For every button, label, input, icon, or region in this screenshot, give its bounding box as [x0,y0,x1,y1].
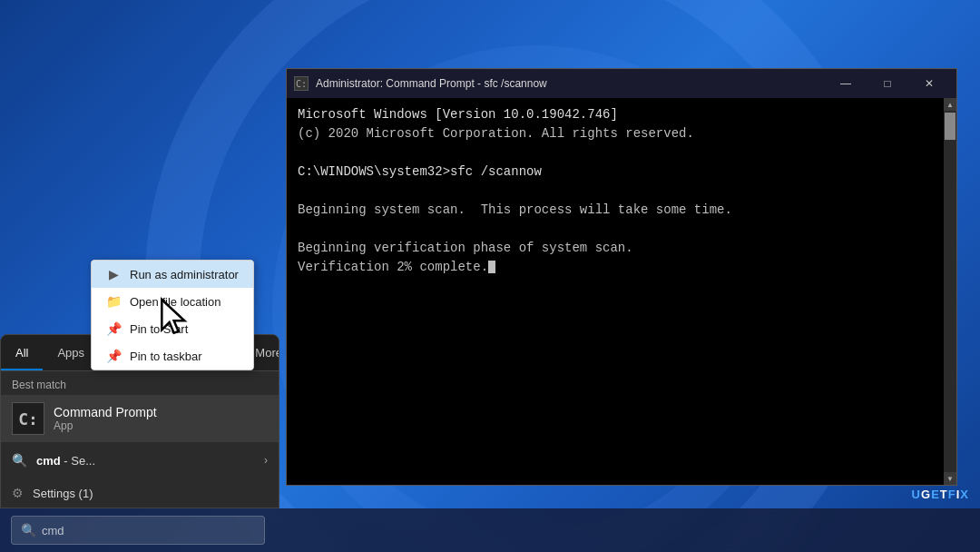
open-file-icon: 📁 [106,294,121,309]
window-controls: — □ ✕ [826,69,949,98]
settings-result[interactable]: ⚙ Settings (1) [1,478,279,508]
cmd-titlebar-icon: C: [294,76,309,91]
scroll-up-button[interactable]: ▲ [944,98,956,111]
context-open-file[interactable]: 📁 Open file location [92,288,253,315]
cmd-app-icon: C: [12,402,44,435]
cmd-line-1: Microsoft Windows [Version 10.0.19042.74… [298,105,933,124]
minimize-button[interactable]: — [826,69,866,98]
search-web-result[interactable]: 🔍 cmd - Se... › [1,446,279,475]
cmd-line-6: Beginning system scan. This process will… [298,201,933,220]
scrollbar-track[interactable] [944,111,956,472]
open-file-label: Open file location [130,295,220,309]
taskbar-search-icon: 🔍 [21,523,36,537]
cmd-window: C: Administrator: Command Prompt - sfc /… [286,68,957,486]
best-match-label: Best match [1,371,279,395]
cmd-cursor [488,261,495,273]
watermark: UGETFIX [912,488,969,501]
context-pin-taskbar[interactable]: 📌 Pin to taskbar [92,342,253,370]
cmd-line-9: Verification 2% complete. [298,258,933,277]
cmd-line-8: Beginning verification phase of system s… [298,239,933,258]
cmd-line-5 [298,182,933,201]
cmd-app-info: Command Prompt App [54,405,268,432]
close-button[interactable]: ✕ [909,69,949,98]
cmd-content: Microsoft Windows [Version 10.0.19042.74… [287,98,956,485]
context-pin-start[interactable]: 📌 Pin to Start [92,315,253,342]
taskbar-search-input[interactable]: cmd [42,524,64,537]
cmd-window-title: Administrator: Command Prompt - sfc /sca… [316,77,818,90]
pin-taskbar-icon: 📌 [106,349,121,363]
search-web-section: 🔍 cmd - Se... › [1,442,279,478]
tab-all[interactable]: All [1,335,43,370]
cmd-text-area[interactable]: Microsoft Windows [Version 10.0.19042.74… [287,98,944,485]
command-prompt-item[interactable]: C: Command Prompt App [1,395,279,442]
pin-start-icon: 📌 [106,321,121,336]
context-run-as-admin[interactable]: ▶ Run as administrator [92,261,253,288]
context-menu: ▶ Run as administrator 📁 Open file locat… [91,260,254,370]
run-admin-icon: ▶ [106,267,121,281]
chevron-right-icon: › [264,454,268,467]
settings-icon: ⚙ [12,486,24,500]
scrollbar-thumb[interactable] [945,113,956,140]
cmd-app-type: App [54,419,268,432]
cmd-line-4: C:\WINDOWS\system32>sfc /scannow [298,163,933,182]
search-web-icon: 🔍 [12,453,27,468]
cmd-line-7 [298,220,933,239]
run-admin-label: Run as administrator [130,268,239,281]
scroll-down-button[interactable]: ▼ [944,472,956,485]
maximize-button[interactable]: □ [867,69,907,98]
scrollbar: ▲ ▼ [944,98,956,485]
cmd-line-2: (c) 2020 Microsoft Corporation. All righ… [298,124,933,143]
cmd-app-name: Command Prompt [54,405,268,419]
search-web-text: cmd - Se... [36,454,95,468]
taskbar-search[interactable]: 🔍 cmd [11,516,265,545]
taskbar: 🔍 cmd [0,508,980,552]
pin-taskbar-label: Pin to taskbar [130,350,202,363]
pin-start-label: Pin to Start [130,322,188,336]
cmd-line-3 [298,143,933,163]
cmd-titlebar: C: Administrator: Command Prompt - sfc /… [287,69,956,98]
settings-text: Settings (1) [33,487,93,500]
